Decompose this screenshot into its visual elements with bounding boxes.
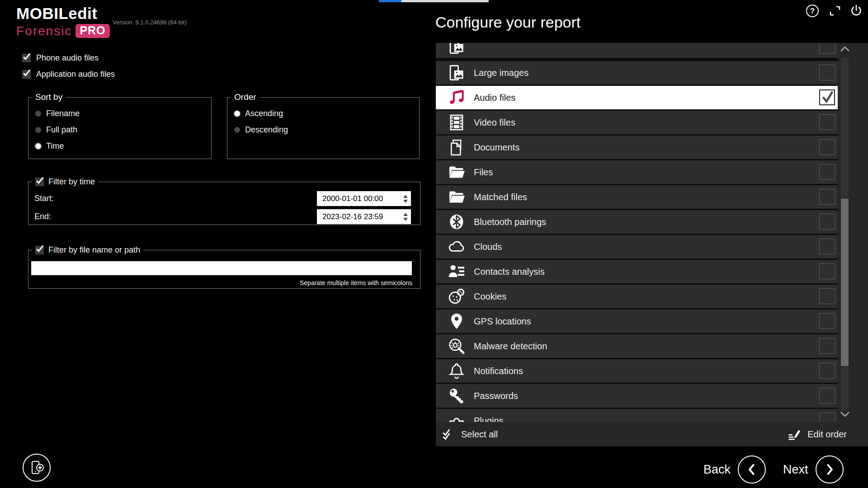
radio-dot[interactable] [234, 127, 240, 133]
bluetooth-icon [448, 213, 466, 231]
add-device-button[interactable] [23, 454, 51, 482]
report-row-checkbox[interactable] [819, 164, 835, 180]
end-spinner[interactable] [403, 209, 408, 224]
report-row-contacts-analysis[interactable]: Contacts analysis [436, 260, 839, 283]
malware-scan-icon [448, 337, 466, 355]
power-icon[interactable] [849, 4, 863, 18]
radio-time[interactable]: Time [35, 141, 211, 151]
report-row-checkbox[interactable] [819, 239, 835, 254]
report-row-plugins[interactable]: Plugins [436, 409, 839, 422]
report-row-cookies[interactable]: Cookies [436, 285, 839, 308]
radio-descending[interactable]: Descending [234, 125, 419, 135]
bell-icon [448, 362, 466, 380]
report-row-matched-files[interactable]: Matched files [436, 185, 839, 209]
filename-filter-input[interactable] [31, 261, 412, 275]
radio-filename[interactable]: Filename [35, 109, 211, 118]
report-row-checkbox[interactable] [819, 363, 835, 379]
report-row-documents[interactable]: Documents [436, 136, 839, 159]
start-datetime-input[interactable]: 2000-01-01 00:00 [317, 191, 411, 206]
checkbox[interactable] [22, 54, 31, 62]
toggle-application-audio-files[interactable]: Application audio files [22, 68, 115, 80]
report-row-checkbox[interactable] [819, 189, 835, 205]
radio-dot[interactable] [234, 111, 240, 117]
scroll-up-icon[interactable] [839, 44, 851, 54]
edit-order-button[interactable]: Edit order [788, 422, 847, 446]
filter-by-name-checkbox[interactable] [35, 246, 44, 254]
radio-label: Descending [245, 125, 288, 135]
end-datetime-value: 2023-02-16 23:59 [317, 212, 383, 221]
next-label: Next [783, 463, 808, 477]
report-row-checkbox[interactable] [819, 413, 835, 422]
toggle-label: Application audio files [36, 70, 115, 79]
report-row-malware-detection[interactable]: Malware detection [436, 334, 839, 358]
report-row-checkbox[interactable] [819, 89, 835, 105]
report-row-label: GPS locations [474, 310, 531, 333]
back-button[interactable]: Back [703, 455, 766, 483]
report-row-bluetooth-pairings[interactable]: Bluetooth pairings [436, 210, 839, 234]
report-row-files[interactable]: Files [436, 160, 839, 184]
radio-dot[interactable] [35, 111, 41, 117]
end-datetime-input[interactable]: 2023-02-16 23:59 [317, 209, 411, 224]
report-row-video-files[interactable]: Video files [436, 111, 839, 134]
spinner-down-icon[interactable] [403, 200, 408, 203]
report-row-checkbox[interactable] [819, 338, 835, 354]
report-row-checkbox[interactable] [819, 114, 835, 130]
help-icon[interactable]: ? [805, 4, 820, 18]
filter-by-time-checkbox[interactable] [35, 178, 44, 186]
report-row-checkbox[interactable] [819, 388, 835, 404]
select-all-button[interactable]: Select all [441, 422, 498, 446]
spinner-up-icon[interactable] [403, 195, 408, 198]
report-row-checkbox[interactable] [819, 263, 835, 279]
report-row-partial[interactable] [436, 43, 839, 58]
chevron-left-icon [744, 462, 760, 477]
puzzle-icon [448, 412, 466, 422]
double-check-icon [441, 427, 455, 441]
scroll-down-icon[interactable] [839, 409, 851, 419]
list-action-bar: Select all Edit order [436, 422, 868, 446]
report-row-checkbox[interactable] [819, 214, 835, 230]
spinner-up-icon[interactable] [403, 213, 408, 216]
report-row-gps-locations[interactable]: GPS locations [436, 310, 839, 333]
report-sections-list: Large imagesAudio filesVideo filesDocume… [436, 43, 839, 422]
report-row-label: Clouds [474, 235, 502, 258]
report-row-passwords[interactable]: Passwords [436, 384, 839, 408]
report-row-audio-files[interactable]: Audio files [436, 86, 839, 109]
checkbox[interactable] [22, 70, 31, 79]
back-label: Back [703, 463, 731, 477]
sort-by-group: Sort by FilenameFull pathTime [28, 92, 212, 159]
report-row-label: Matched files [474, 185, 527, 209]
radio-dot[interactable] [35, 127, 41, 133]
svg-text:?: ? [810, 7, 815, 15]
logo-line1: MOBILedit [16, 5, 110, 21]
folder-icon [448, 163, 466, 181]
report-row-checkbox[interactable] [819, 65, 835, 80]
report-row-checkbox[interactable] [819, 313, 835, 329]
scrollbar-thumb[interactable] [841, 199, 849, 366]
order-group: Order AscendingDescending [227, 92, 420, 159]
pro-badge: PRO [75, 24, 109, 38]
next-button[interactable]: Next [783, 455, 844, 483]
report-row-notifications[interactable]: Notifications [436, 359, 839, 383]
report-row-label: Plugins [474, 409, 504, 422]
report-row-clouds[interactable]: Clouds [436, 235, 839, 258]
edit-order-icon [788, 427, 801, 441]
next-circle[interactable] [816, 455, 844, 483]
report-row-label: Video files [474, 111, 515, 134]
radio-dot[interactable] [35, 143, 41, 149]
spinner-down-icon[interactable] [403, 218, 408, 221]
radio-ascending[interactable]: Ascending [234, 109, 419, 118]
back-circle[interactable] [738, 455, 766, 483]
report-row-large-images[interactable]: Large images [436, 61, 839, 84]
report-row-checkbox[interactable] [819, 139, 835, 155]
filter-by-time-group: Filter by time Start: 2000-01-01 00:00 E… [28, 177, 420, 225]
report-row-label: Cookies [474, 285, 506, 308]
report-row-checkbox[interactable] [819, 43, 835, 54]
toggle-phone-audio-files[interactable]: Phone audio files [22, 52, 115, 64]
report-row-checkbox[interactable] [819, 288, 835, 304]
restore-window-icon[interactable] [828, 4, 842, 18]
semicolon-hint: Separate multiple items with semicolons [300, 279, 412, 286]
progress-strip-value [379, 0, 401, 2]
radio-full-path[interactable]: Full path [35, 125, 211, 135]
key-icon [448, 387, 466, 405]
start-spinner[interactable] [403, 191, 408, 206]
